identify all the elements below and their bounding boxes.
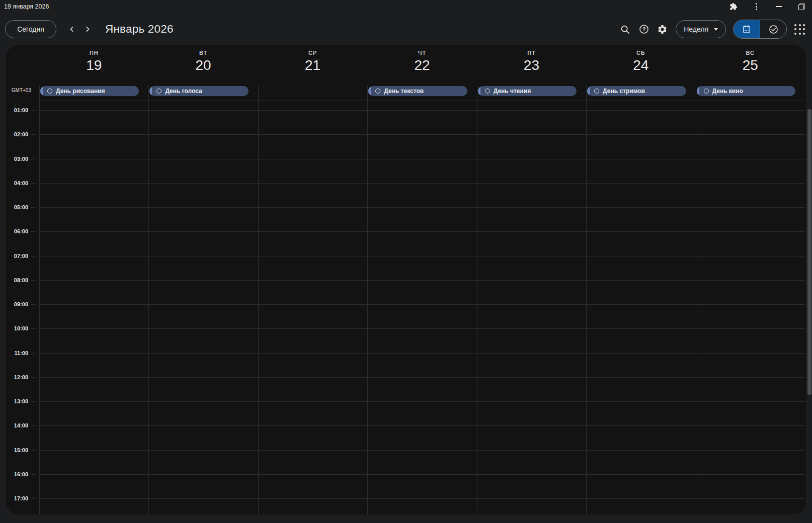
hour-label: 14:00: [6, 422, 28, 428]
hour-gridline: [39, 134, 805, 135]
hour-label: 15:00: [6, 447, 28, 453]
settings-gear-icon[interactable]: [653, 20, 672, 39]
hour-gridline: [39, 450, 805, 451]
weekday-label: ВС: [696, 50, 805, 56]
day-header-ВТ[interactable]: ВТ 20: [148, 45, 258, 83]
calendar-icon: [742, 24, 752, 34]
calendar-header: Сегодня Январь 2026 ? Неделя: [0, 13, 812, 45]
search-icon[interactable]: [616, 20, 634, 39]
hour-gridline: [39, 377, 805, 378]
hour-tick: [31, 280, 36, 281]
hour-gridline: [39, 401, 805, 402]
hour-label: 10:00: [6, 325, 28, 331]
month-title: Январь 2026: [105, 23, 174, 36]
hour-gridline: [39, 231, 805, 232]
extensions-icon[interactable]: [729, 2, 738, 11]
hour-tick: [31, 401, 36, 402]
day-number: 25: [696, 57, 805, 73]
day-header-ПТ[interactable]: ПТ 23: [477, 45, 586, 83]
minimize-button[interactable]: [774, 2, 783, 11]
hour-tick: [31, 328, 36, 329]
svg-text:?: ?: [642, 26, 645, 32]
hour-gridline: [39, 425, 805, 426]
hour-label: 11:00: [6, 350, 28, 356]
view-toggle: [733, 20, 787, 39]
window-titlebar: 19 января 2026: [0, 0, 812, 13]
weekday-label: СБ: [586, 50, 695, 56]
check-circle-icon: [769, 25, 778, 34]
hour-tick: [31, 110, 36, 111]
day-header-ВС[interactable]: ВС 25: [696, 45, 805, 83]
hour-tick: [31, 159, 36, 159]
day-number: 23: [477, 57, 586, 73]
help-icon[interactable]: ?: [634, 20, 653, 39]
view-selector-label: Неделя: [684, 25, 708, 33]
tasks-view-toggle[interactable]: [760, 20, 786, 38]
day-header-ПН[interactable]: ПН 19: [39, 45, 148, 83]
hour-tick: [31, 425, 36, 426]
hour-label: 16:00: [6, 471, 28, 477]
hour-gridline: [39, 304, 805, 305]
hour-gridline: [39, 207, 805, 208]
hour-gridline: [39, 353, 805, 354]
weekday-label: ЧТ: [367, 50, 476, 56]
hour-gridline: [39, 280, 805, 281]
calendar-panel: GMT+03 ПН 19 ВТ 20 СР 21 ЧТ 22 ПТ 23 СБ …: [6, 45, 806, 514]
hour-label: 09:00: [6, 301, 28, 307]
next-week-button[interactable]: [81, 23, 94, 36]
hour-label: 07:00: [6, 253, 28, 259]
hour-label: 17:00: [6, 495, 28, 501]
google-apps-icon[interactable]: [794, 24, 805, 35]
view-selector-dropdown[interactable]: Неделя: [676, 20, 726, 38]
vertical-scrollbar[interactable]: [807, 109, 811, 395]
hour-gridline: [39, 159, 805, 159]
hour-tick: [31, 207, 36, 208]
hour-label: 12:00: [6, 374, 28, 380]
weekday-label: ПН: [39, 50, 148, 56]
browser-menu-icon[interactable]: [752, 2, 761, 11]
day-number: 24: [586, 57, 695, 73]
hour-gridline: [39, 183, 805, 184]
prev-week-button[interactable]: [65, 23, 78, 36]
hour-gridline: [39, 256, 805, 256]
hour-tick: [31, 256, 36, 256]
hour-label: 13:00: [6, 398, 28, 404]
hour-label: 02:00: [6, 131, 28, 137]
day-number: 20: [148, 57, 258, 73]
chevron-down-icon: [714, 28, 718, 31]
hour-label: 01:00: [6, 107, 28, 113]
weekday-label: СР: [258, 50, 367, 56]
hour-tick: [31, 353, 36, 354]
weekday-label: ВТ: [148, 50, 258, 56]
hour-tick: [31, 450, 36, 451]
timezone-label: GMT+03: [6, 88, 31, 93]
day-number: 19: [39, 57, 148, 73]
hour-gridline: [39, 328, 805, 329]
hour-tick: [31, 304, 36, 305]
hour-label: 05:00: [6, 204, 28, 210]
day-number: 22: [367, 57, 476, 73]
hour-tick: [31, 134, 36, 135]
day-header-СР[interactable]: СР 21: [258, 45, 367, 83]
hour-gridline: [39, 474, 805, 475]
window-title: 19 января 2026: [4, 3, 49, 10]
hour-tick: [31, 183, 36, 184]
day-headers-row: ПН 19 ВТ 20 СР 21 ЧТ 22 ПТ 23 СБ 24 ВС 2…: [39, 45, 805, 83]
hour-tick: [31, 474, 36, 475]
day-number: 21: [258, 57, 367, 73]
calendar-view-toggle[interactable]: [734, 20, 760, 38]
hour-tick: [31, 498, 36, 499]
restore-button[interactable]: [797, 2, 806, 11]
hour-tick: [31, 231, 36, 232]
hour-label: 03:00: [6, 156, 28, 162]
day-header-СБ[interactable]: СБ 24: [586, 45, 695, 83]
day-header-ЧТ[interactable]: ЧТ 22: [367, 45, 476, 83]
weekday-label: ПТ: [477, 50, 586, 56]
hour-label: 04:00: [6, 180, 28, 186]
today-button[interactable]: Сегодня: [5, 20, 56, 38]
hour-gridline: [39, 110, 805, 111]
hour-gridline: [39, 498, 805, 499]
hour-label: 06:00: [6, 228, 28, 234]
hour-label: 08:00: [6, 277, 28, 283]
hour-tick: [31, 377, 36, 378]
